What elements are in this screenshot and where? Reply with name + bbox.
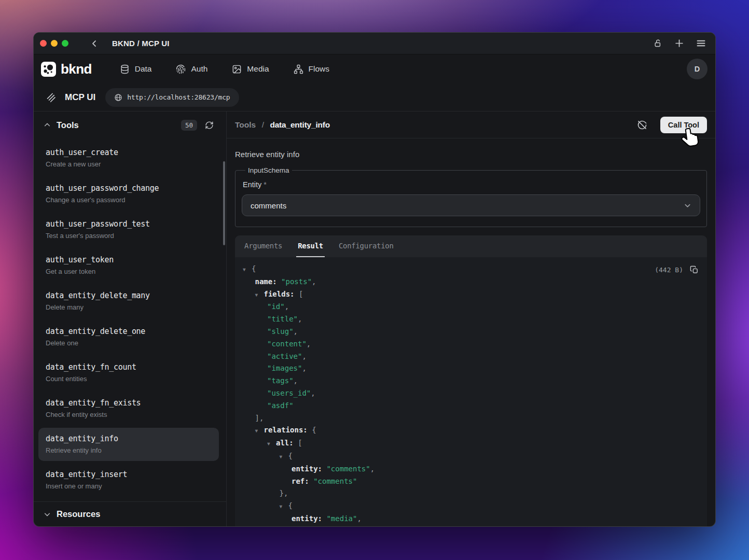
- json-line: entity: "media",: [243, 513, 699, 525]
- json-line: ▼{: [243, 450, 699, 463]
- sidebar-tool-auth_user_create[interactable]: auth_user_createCreate a new user: [38, 142, 219, 175]
- zoom-window-button[interactable]: [62, 40, 68, 47]
- sidebar-tool-data_entity_fn_exists[interactable]: data_entity_fn_existsCheck if entity exi…: [38, 392, 219, 425]
- sidebar-tool-data_entity_delete_one[interactable]: data_entity_delete_oneDelete one: [38, 320, 219, 354]
- json-line: ref: "comments": [243, 475, 699, 488]
- sidebar-tool-auth_user_password_test[interactable]: auth_user_password_testTest a user's pas…: [38, 213, 219, 246]
- tool-detail-header: Tools / data_entity_info Call Tool: [227, 111, 715, 138]
- json-punct: },: [280, 489, 288, 497]
- call-tool-button[interactable]: Call Tool: [660, 117, 707, 133]
- globe-icon: [114, 93, 122, 102]
- tool-name: auth_user_password_test: [46, 219, 212, 230]
- json-lines: ▼{name: "posts",▼fields: ["id","title","…: [243, 263, 699, 526]
- nav-item-flows[interactable]: Flows: [294, 64, 329, 74]
- required-asterisk: *: [263, 180, 267, 189]
- mcp-bar: MCP UI http://localhost:28623/mcp: [34, 83, 715, 111]
- tool-description: Insert one or many: [46, 482, 212, 491]
- copy-result-button[interactable]: [690, 265, 699, 274]
- json-punct: ,: [357, 514, 361, 523]
- json-string: "comments": [313, 477, 357, 485]
- json-line: ▼{: [243, 500, 699, 513]
- tool-description: Delete many: [46, 303, 212, 312]
- json-punct: ,: [294, 376, 298, 385]
- json-line: "content",: [243, 338, 699, 351]
- sidebar-scrollbar-thumb[interactable]: [223, 161, 225, 245]
- json-line: ▼fields: [: [243, 288, 699, 301]
- back-button[interactable]: [90, 39, 99, 48]
- user-avatar[interactable]: D: [687, 59, 708, 79]
- json-punct: ,: [294, 327, 298, 335]
- close-window-button[interactable]: [40, 40, 47, 47]
- sidebar-tool-data_entity_info[interactable]: data_entity_infoRetrieve entity info: [38, 428, 219, 461]
- entity-select[interactable]: comments: [242, 194, 700, 216]
- auto-refresh-off-button[interactable]: [637, 120, 647, 130]
- sidebar-tool-data_entity_fn_count[interactable]: data_entity_fn_countCount entities: [38, 356, 219, 389]
- nav-items: Data Auth Media Flows: [120, 64, 329, 74]
- json-key: fields:: [264, 290, 299, 298]
- result-size-label: (442 B): [655, 264, 683, 276]
- tab-arguments[interactable]: Arguments: [243, 235, 284, 257]
- json-line: name: "posts",: [243, 276, 699, 288]
- bknd-logo[interactable]: bknd: [41, 61, 92, 77]
- chevron-left-icon: [90, 39, 99, 48]
- tab-result[interactable]: Result: [296, 235, 325, 257]
- json-line: "tags",: [243, 375, 699, 387]
- breadcrumb-separator: /: [262, 120, 264, 129]
- tool-description: Count entities: [46, 374, 212, 384]
- collapse-triangle-icon[interactable]: ▼: [267, 438, 276, 450]
- nav-item-auth[interactable]: Auth: [176, 64, 207, 74]
- nav-item-data[interactable]: Data: [120, 64, 152, 74]
- json-string: "images": [267, 364, 302, 372]
- select-chevron-down-icon: [684, 202, 691, 209]
- json-string: "media": [326, 514, 357, 523]
- collapse-triangle-icon[interactable]: ▼: [280, 451, 288, 463]
- collapse-triangle-icon[interactable]: ▼: [280, 500, 288, 513]
- json-punct: ,: [312, 277, 316, 286]
- tab-configuration[interactable]: Configuration: [337, 235, 395, 257]
- collapse-triangle-icon[interactable]: ▼: [243, 263, 252, 276]
- json-line: "images",: [243, 362, 699, 375]
- new-tab-plus-icon[interactable]: [674, 38, 684, 48]
- resources-section-label: Resources: [57, 509, 100, 519]
- copy-icon: [690, 265, 699, 274]
- tool-description: Change a user's password: [46, 195, 212, 205]
- json-string: "title": [267, 315, 298, 323]
- json-line: ],: [243, 412, 699, 425]
- collapse-triangle-icon[interactable]: ▼: [255, 289, 264, 301]
- json-line: entity: "comments",: [243, 463, 699, 475]
- minimize-window-button[interactable]: [51, 40, 58, 47]
- title-bar: BKND / MCP UI: [34, 33, 715, 54]
- tool-name: data_entity_delete_many: [46, 290, 212, 301]
- sidebar-tool-auth_user_token[interactable]: auth_user_tokenGet a user token: [38, 249, 219, 282]
- result-card: Arguments Result Configuration (442 B) ▼…: [235, 235, 707, 526]
- json-string: "active": [267, 352, 302, 360]
- workflow-network-icon: [294, 64, 303, 74]
- nav-label: Auth: [191, 64, 207, 74]
- tool-description: Get a user token: [46, 267, 212, 276]
- collapse-triangle-icon[interactable]: ▼: [255, 425, 264, 437]
- breadcrumb-section[interactable]: Tools: [235, 120, 256, 129]
- database-icon: [120, 64, 130, 74]
- resources-section-header[interactable]: Resources: [34, 501, 226, 526]
- tools-section-header[interactable]: Tools 50: [34, 111, 226, 138]
- sidebar-tool-data_entity_delete_many[interactable]: data_entity_delete_manyDelete many: [38, 285, 219, 318]
- refresh-tools-button[interactable]: [205, 121, 214, 130]
- json-line: ref: "images": [243, 525, 699, 526]
- entity-select-value: comments: [251, 201, 286, 210]
- traffic-lights: [40, 40, 68, 47]
- window-title: BKND / MCP UI: [112, 39, 170, 48]
- tool-name: data_entity_fn_count: [46, 362, 212, 373]
- nav-label: Data: [135, 64, 152, 74]
- tool-name: data_entity_info: [46, 433, 212, 444]
- mcp-url-pill[interactable]: http://localhost:28623/mcp: [105, 88, 239, 107]
- sidebar-tool-data_entity_insert[interactable]: data_entity_insertInsert one or many: [38, 464, 219, 497]
- nav-item-media[interactable]: Media: [232, 64, 269, 74]
- tools-sidebar: Tools 50 auth_user_createCreate a new us…: [34, 111, 227, 526]
- json-line: ▼{: [243, 263, 699, 276]
- lock-open-icon[interactable]: [654, 39, 662, 48]
- input-schema-legend: InputSchema: [245, 166, 292, 174]
- nav-label: Media: [247, 64, 269, 74]
- sidebar-tool-auth_user_password_change[interactable]: auth_user_password_changeChange a user's…: [38, 177, 219, 211]
- menu-hamburger-icon[interactable]: [696, 39, 706, 48]
- tools-section-label: Tools: [57, 120, 79, 130]
